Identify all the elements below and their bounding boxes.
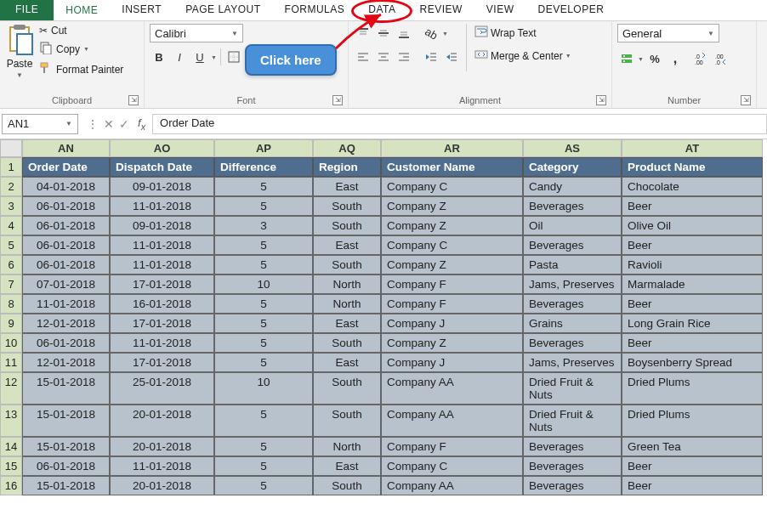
row-header[interactable]: 10 [0, 333, 22, 353]
table-cell[interactable]: Beverages [523, 196, 622, 216]
enter-icon[interactable]: ✓ [119, 117, 129, 131]
merge-center-button[interactable]: Merge & Center ▼ [472, 47, 574, 65]
column-header[interactable]: AP [214, 139, 313, 157]
table-cell[interactable]: 09-01-2018 [110, 216, 214, 235]
table-cell[interactable]: 10 [214, 274, 313, 294]
table-cell[interactable]: Company AA [381, 405, 523, 437]
table-cell[interactable]: 5 [214, 235, 313, 255]
table-cell[interactable]: Company AA [381, 372, 523, 405]
column-header[interactable]: AQ [313, 139, 381, 157]
align-top-button[interactable] [354, 24, 372, 42]
column-header[interactable]: AT [622, 139, 763, 157]
tab-file[interactable]: FILE [0, 0, 54, 20]
table-cell[interactable]: Beverages [523, 333, 622, 353]
table-cell[interactable]: 12-01-2018 [22, 353, 110, 372]
table-cell[interactable]: South [313, 405, 381, 437]
table-cell[interactable]: 06-01-2018 [22, 456, 110, 476]
table-cell[interactable]: Company J [381, 353, 523, 372]
table-header-cell[interactable]: Region [313, 157, 381, 177]
table-cell[interactable]: 16-01-2018 [110, 294, 214, 314]
table-cell[interactable]: East [313, 353, 381, 372]
align-center-button[interactable] [374, 48, 393, 66]
table-cell[interactable]: 5 [214, 353, 313, 372]
table-cell[interactable]: East [313, 235, 381, 255]
table-cell[interactable]: 5 [214, 456, 313, 476]
table-cell[interactable]: Beer [622, 476, 763, 495]
column-header[interactable]: AO [110, 139, 214, 157]
table-cell[interactable]: 12-01-2018 [22, 314, 110, 333]
table-cell[interactable]: Boysenberry Spread [622, 353, 763, 372]
table-cell[interactable]: Beer [622, 235, 763, 255]
table-cell[interactable]: East [313, 177, 381, 196]
table-cell[interactable]: North [313, 437, 381, 456]
table-cell[interactable]: 20-01-2018 [110, 405, 214, 437]
row-header[interactable]: 7 [0, 274, 22, 294]
table-cell[interactable]: South [313, 216, 381, 235]
table-cell[interactable]: Beer [622, 196, 763, 216]
table-cell[interactable]: 11-01-2018 [110, 235, 214, 255]
percent-button[interactable]: % [645, 49, 664, 68]
table-cell[interactable]: Company C [381, 235, 523, 255]
cut-button[interactable]: ✂ Cut [37, 24, 125, 37]
row-header[interactable]: 4 [0, 216, 22, 235]
select-all-corner[interactable] [0, 139, 22, 157]
italic-button[interactable]: I [170, 48, 189, 66]
row-header[interactable]: 14 [0, 437, 22, 456]
table-cell[interactable]: 06-01-2018 [22, 333, 110, 353]
table-cell[interactable]: Grains [523, 314, 622, 333]
table-cell[interactable]: 04-01-2018 [22, 177, 110, 196]
table-cell[interactable]: Beer [622, 294, 763, 314]
table-cell[interactable]: 11-01-2018 [22, 294, 110, 314]
column-header[interactable]: AS [523, 139, 622, 157]
table-cell[interactable]: 5 [214, 405, 313, 437]
table-cell[interactable]: Company F [381, 274, 523, 294]
table-cell[interactable]: 11-01-2018 [110, 255, 214, 274]
table-cell[interactable]: Long Grain Rice [622, 314, 763, 333]
table-cell[interactable]: 06-01-2018 [22, 196, 110, 216]
cancel-icon[interactable]: ✕ [104, 117, 114, 131]
format-painter-button[interactable]: Format Painter [37, 60, 125, 78]
column-header[interactable]: AR [381, 139, 523, 157]
table-cell[interactable]: 5 [214, 177, 313, 196]
row-header[interactable]: 2 [0, 177, 22, 196]
table-cell[interactable]: 20-01-2018 [110, 476, 214, 495]
table-cell[interactable]: Company Z [381, 196, 523, 216]
align-bottom-button[interactable] [395, 24, 413, 42]
table-header-cell[interactable]: Difference [214, 157, 313, 177]
tab-page-layout[interactable]: PAGE LAYOUT [173, 0, 272, 20]
increase-indent-button[interactable] [442, 48, 461, 66]
table-cell[interactable]: 15-01-2018 [22, 372, 110, 405]
row-header[interactable]: 16 [0, 476, 22, 495]
table-cell[interactable]: Chocolate [622, 177, 763, 196]
row-header[interactable]: 11 [0, 353, 22, 372]
bold-button[interactable]: B [150, 48, 168, 66]
table-cell[interactable]: Beverages [523, 476, 622, 495]
align-left-button[interactable] [354, 48, 372, 66]
row-header[interactable]: 1 [0, 157, 22, 177]
row-header[interactable]: 13 [0, 405, 22, 437]
decrease-indent-button[interactable] [422, 48, 440, 66]
formula-input[interactable]: Order Date [152, 114, 767, 134]
accounting-format-button[interactable] [617, 49, 636, 68]
table-cell[interactable]: Marmalade [622, 274, 763, 294]
number-format-select[interactable]: General ▼ [617, 24, 719, 42]
tab-formulas[interactable]: FORMULAS [273, 0, 357, 20]
table-cell[interactable]: 17-01-2018 [110, 353, 214, 372]
table-cell[interactable]: 06-01-2018 [22, 216, 110, 235]
column-header[interactable]: AN [22, 139, 110, 157]
comma-button[interactable]: , [666, 49, 685, 68]
table-cell[interactable]: South [313, 372, 381, 405]
wrap-text-button[interactable]: Wrap Text [472, 24, 574, 42]
font-launcher[interactable]: ⇲ [332, 95, 343, 105]
tab-home[interactable]: HOME [54, 0, 110, 20]
table-cell[interactable]: South [313, 476, 381, 495]
number-launcher[interactable]: ⇲ [741, 95, 751, 105]
table-cell[interactable]: South [313, 196, 381, 216]
table-header-cell[interactable]: Customer Name [381, 157, 523, 177]
table-cell[interactable]: 17-01-2018 [110, 314, 214, 333]
paste-button[interactable]: Paste ▼ [5, 24, 34, 79]
table-cell[interactable]: Company C [381, 177, 523, 196]
table-cell[interactable]: Dried Plums [622, 405, 763, 437]
table-cell[interactable]: East [313, 456, 381, 476]
align-right-button[interactable] [395, 48, 413, 66]
